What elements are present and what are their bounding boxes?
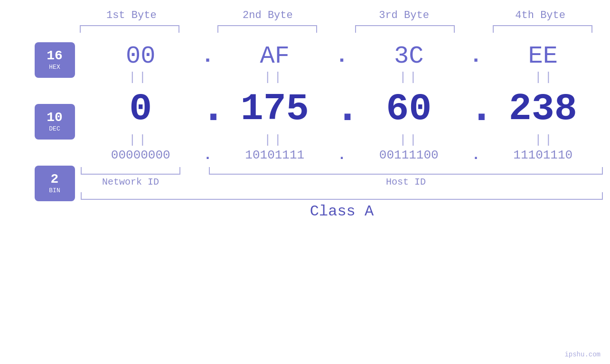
hex-b3: 3C	[349, 42, 469, 70]
watermark: ipshu.com	[564, 351, 601, 358]
bin-b2: 10101111	[215, 148, 335, 162]
eq1-b2: ||	[216, 70, 332, 84]
top-bracket-2	[217, 25, 317, 33]
bin-badge: 2 BIN	[35, 166, 75, 201]
dot-dec-3: .	[469, 84, 483, 133]
bin-b4: 11101110	[483, 148, 603, 162]
badges-column: 16 HEX 10 DEC 2 BIN	[14, 42, 81, 227]
grid-wrapper: 16 HEX 10 DEC 2 BIN 00 . AF . 3C . EE	[0, 42, 610, 227]
bin-row: 00000000 . 10101111 . 00111100 . 1110111…	[81, 147, 603, 163]
class-label: Class A	[81, 203, 603, 220]
hex-badge: 16 HEX	[35, 42, 75, 78]
host-id-label: Host ID	[209, 177, 603, 187]
dec-badge: 10 DEC	[35, 104, 75, 140]
hex-b2: AF	[215, 42, 335, 70]
class-bracket	[81, 192, 603, 200]
dot-bin-1: .	[201, 147, 215, 163]
hex-b1: 00	[81, 42, 201, 70]
dot-hex-1: .	[201, 44, 215, 68]
dot-hex-3: .	[469, 44, 483, 68]
hex-row: 00 . AF . 3C . EE	[81, 42, 603, 70]
eq2-b2: ||	[216, 133, 332, 147]
network-id-label: Network ID	[81, 177, 180, 187]
class-bracket-container: Class A	[81, 192, 603, 220]
eq1-b3: ||	[351, 70, 468, 84]
dot-bin-2: .	[335, 147, 349, 163]
top-bracket-4	[493, 25, 592, 33]
bin-b3: 00111100	[349, 148, 469, 162]
main-container: 1st Byte 2nd Byte 3rd Byte 4th Byte 16 H…	[0, 0, 610, 364]
equals-row-2: || || || ||	[81, 133, 603, 147]
top-brackets	[75, 25, 597, 33]
dec-b4: 238	[483, 87, 603, 131]
eq1-b4: ||	[487, 70, 603, 84]
top-bracket-3	[355, 25, 455, 33]
bin-b1: 00000000	[81, 148, 201, 162]
bottom-bracket-host	[209, 167, 603, 175]
dot-hex-2: .	[335, 44, 349, 68]
bottom-brackets-container	[81, 167, 603, 175]
col-header-1: 1st Byte	[77, 9, 186, 21]
dec-b1: 0	[81, 87, 201, 131]
col-header-4: 4th Byte	[486, 9, 595, 21]
equals-row-1: || || || ||	[81, 70, 603, 84]
dot-bin-3: .	[469, 147, 483, 163]
dec-row: 0 . 175 . 60 . 238	[81, 84, 603, 133]
eq1-b1: ||	[81, 70, 197, 84]
eq2-b4: ||	[487, 133, 603, 147]
grid-content: 00 . AF . 3C . EE || || || || 0 .	[81, 42, 603, 227]
col-header-2: 2nd Byte	[213, 9, 322, 21]
eq2-b3: ||	[351, 133, 468, 147]
dot-dec-2: .	[335, 84, 349, 133]
bottom-bracket-net	[81, 167, 180, 175]
dec-b2: 175	[215, 87, 335, 131]
dec-b3: 60	[349, 87, 469, 131]
dot-dec-1: .	[201, 84, 215, 133]
column-headers: 1st Byte 2nd Byte 3rd Byte 4th Byte	[75, 9, 597, 21]
bottom-labels: Network ID Host ID	[81, 177, 603, 187]
top-bracket-1	[80, 25, 179, 33]
col-header-3: 3rd Byte	[349, 9, 459, 21]
hex-b4: EE	[483, 42, 603, 70]
eq2-b1: ||	[81, 133, 197, 147]
